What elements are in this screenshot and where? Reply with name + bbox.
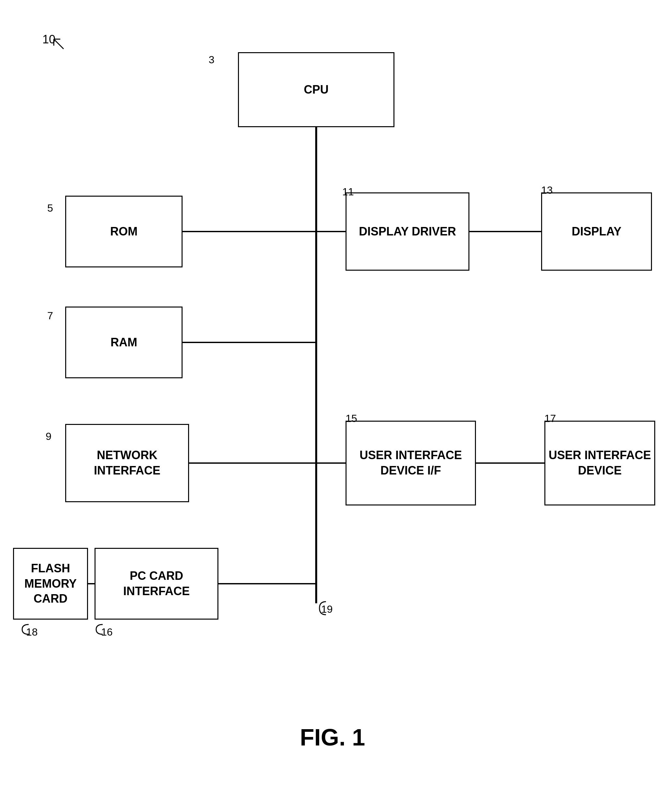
rom-box: ROM	[65, 196, 183, 267]
user-if-device-if-ref: 15	[346, 413, 357, 425]
display-ref: 13	[541, 184, 553, 196]
user-if-device-if-connector-left	[316, 463, 347, 464]
network-interface-connector	[189, 463, 316, 464]
user-if-device-if-connector-right	[476, 463, 544, 464]
cpu-ref: 3	[209, 54, 215, 66]
ram-box: RAM	[65, 307, 183, 378]
pc-card-connector	[218, 583, 316, 584]
flash-pc-connector	[88, 583, 95, 584]
cpu-box: CPU	[238, 52, 395, 127]
display-driver-ref: 11	[342, 186, 354, 198]
display-driver-connector-left	[316, 231, 346, 232]
user-if-device-if-box: USER INTERFACE DEVICE I/F	[346, 421, 476, 505]
bus-bracket	[313, 600, 332, 616]
flash-memory-card-box: FLASH MEMORY CARD	[13, 548, 88, 620]
rom-connector	[183, 231, 316, 232]
network-interface-box: NETWORK INTERFACE	[65, 424, 189, 502]
ram-connector	[183, 342, 316, 343]
diagram: 10 CPU 3 ROM 5 DISPLAY DRIVER 11 DISPLAY…	[0, 0, 665, 812]
display-driver-connector-right	[469, 231, 541, 232]
display-box: DISPLAY	[541, 192, 652, 271]
network-interface-ref: 9	[46, 430, 51, 443]
figure-arrow	[51, 36, 70, 56]
bus-line	[315, 127, 317, 603]
pc-card-interface-box: PC CARD INTERFACE	[95, 548, 218, 620]
display-driver-box: DISPLAY DRIVER	[346, 192, 469, 271]
user-if-device-box: USER INTERFACE DEVICE	[544, 421, 655, 505]
pc-card-bracket	[93, 623, 109, 636]
user-if-device-ref: 17	[544, 413, 556, 425]
rom-ref: 5	[47, 202, 53, 214]
fig-label: FIG. 1	[0, 724, 665, 751]
ram-ref: 7	[47, 310, 53, 322]
flash-memory-bracket	[19, 623, 35, 636]
